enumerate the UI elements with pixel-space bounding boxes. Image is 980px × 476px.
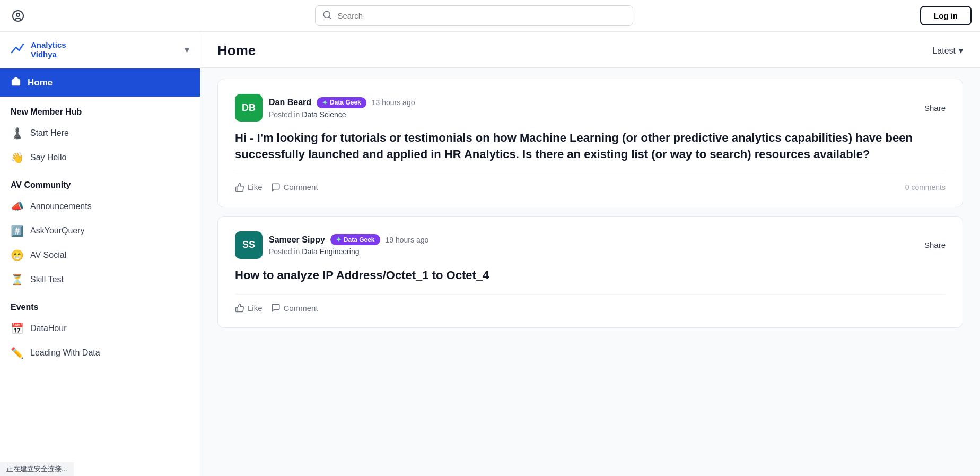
posted-in-1: Posted in Data Engineering bbox=[269, 247, 428, 256]
post-meta-1: SS Sameer Sippy ✦ Data Geek 19 hours ago… bbox=[235, 231, 428, 259]
post-header-1: SS Sameer Sippy ✦ Data Geek 19 hours ago… bbox=[235, 231, 946, 259]
page-title: Home bbox=[217, 42, 256, 59]
menu-icon[interactable] bbox=[8, 6, 28, 25]
brand-text: Analytics Vidhya bbox=[31, 40, 66, 59]
svg-line-3 bbox=[329, 16, 330, 18]
sidebar-item-home[interactable]: Home bbox=[0, 68, 200, 97]
sidebar-sections: New Member Hub♟️Start Here👋Say HelloAV C… bbox=[0, 97, 200, 365]
brand-chevron-icon[interactable]: ▾ bbox=[185, 44, 189, 56]
avatar-1: SS bbox=[235, 231, 262, 259]
posted-in-category-1: Data Engineering bbox=[302, 247, 359, 256]
search-container bbox=[315, 5, 633, 26]
post-meta-0: DB Dan Beard ✦ Data Geek 13 hours ago Po… bbox=[235, 94, 415, 122]
sidebar-item-start-here[interactable]: ♟️Start Here bbox=[0, 121, 200, 145]
sidebar-section-heading-2: Events bbox=[0, 292, 200, 316]
sidebar-item-av-social[interactable]: 😁AV Social bbox=[0, 243, 200, 267]
badge-plus-icon-1: ✦ bbox=[336, 236, 342, 244]
avatar-0: DB bbox=[235, 94, 262, 122]
askyourquery-label: AskYourQuery bbox=[30, 226, 85, 236]
skill-test-icon: ⏳ bbox=[11, 273, 24, 286]
sidebar-section-heading-0: New Member Hub bbox=[0, 97, 200, 121]
home-label: Home bbox=[28, 77, 52, 88]
data-geek-badge-0: ✦ Data Geek bbox=[317, 97, 366, 108]
like-button-0[interactable]: Like bbox=[235, 183, 262, 192]
datahour-icon: 📅 bbox=[11, 322, 24, 335]
sidebar: Analytics Vidhya ▾ Home New Member Hub♟️… bbox=[0, 32, 200, 476]
comment-button-1[interactable]: Comment bbox=[271, 303, 318, 313]
post-body-1: How to analyze IP Address/Octet_1 to Oct… bbox=[235, 267, 946, 284]
sidebar-item-say-hello[interactable]: 👋Say Hello bbox=[0, 145, 200, 170]
sort-label: Latest bbox=[932, 46, 956, 56]
topbar-left bbox=[8, 6, 28, 25]
post-actions-0: Like Comment bbox=[235, 183, 318, 192]
posted-in-0: Posted in Data Science bbox=[269, 110, 415, 119]
brand-logo-icon bbox=[11, 41, 25, 59]
posted-in-category-0: Data Science bbox=[302, 110, 346, 119]
brand-name-bottom: Vidhya bbox=[31, 50, 66, 59]
sidebar-brand: Analytics Vidhya ▾ bbox=[0, 32, 200, 68]
post-actions-1: Like Comment bbox=[235, 303, 318, 313]
badge-plus-icon-0: ✦ bbox=[322, 99, 328, 107]
sidebar-item-askyourquery[interactable]: #️⃣AskYourQuery bbox=[0, 219, 200, 243]
sort-chevron-icon: ▾ bbox=[959, 46, 963, 56]
announcements-label: Announcements bbox=[30, 202, 92, 211]
post-author-row-1: Sameer Sippy ✦ Data Geek 19 hours ago bbox=[269, 234, 428, 245]
like-button-1[interactable]: Like bbox=[235, 303, 262, 313]
start-here-label: Start Here bbox=[30, 128, 69, 138]
post-card-0: DB Dan Beard ✦ Data Geek 13 hours ago Po… bbox=[217, 79, 963, 207]
av-social-icon: 😁 bbox=[11, 249, 24, 262]
login-button[interactable]: Log in bbox=[920, 6, 972, 25]
content-header: Home Latest ▾ bbox=[200, 32, 980, 68]
search-input[interactable] bbox=[315, 5, 633, 26]
status-text: 正在建立安全连接... bbox=[6, 465, 67, 473]
home-icon bbox=[11, 76, 21, 89]
search-icon bbox=[322, 10, 332, 22]
post-card-1: SS Sameer Sippy ✦ Data Geek 19 hours ago… bbox=[217, 216, 963, 328]
brand-name-top: Analytics bbox=[31, 40, 66, 50]
content-area: Home Latest ▾ DB Dan Beard ✦ Data Geek bbox=[200, 32, 980, 476]
data-geek-badge-1: ✦ Data Geek bbox=[330, 234, 380, 245]
sidebar-item-datahour[interactable]: 📅DataHour bbox=[0, 316, 200, 341]
svg-point-1 bbox=[16, 13, 20, 16]
askyourquery-icon: #️⃣ bbox=[11, 224, 24, 237]
comments-count-0: 0 comments bbox=[905, 183, 946, 192]
say-hello-icon: 👋 bbox=[11, 151, 24, 164]
brand-logo[interactable]: Analytics Vidhya bbox=[11, 40, 66, 59]
status-bar: 正在建立安全连接... bbox=[0, 462, 74, 476]
say-hello-label: Say Hello bbox=[30, 153, 66, 162]
comment-button-0[interactable]: Comment bbox=[271, 183, 318, 192]
datahour-label: DataHour bbox=[30, 324, 66, 333]
announcements-icon: 📣 bbox=[11, 200, 24, 213]
share-button-1[interactable]: Share bbox=[924, 240, 946, 249]
share-button-0[interactable]: Share bbox=[924, 103, 946, 112]
sidebar-item-announcements[interactable]: 📣Announcements bbox=[0, 194, 200, 219]
post-author-row-0: Dan Beard ✦ Data Geek 13 hours ago bbox=[269, 97, 415, 108]
leading-with-data-label: Leading With Data bbox=[30, 348, 100, 358]
post-time-1: 19 hours ago bbox=[386, 236, 429, 244]
sidebar-item-leading-with-data[interactable]: ✏️Leading With Data bbox=[0, 341, 200, 365]
skill-test-label: Skill Test bbox=[30, 275, 64, 284]
main-layout: Analytics Vidhya ▾ Home New Member Hub♟️… bbox=[0, 32, 980, 476]
sort-button[interactable]: Latest ▾ bbox=[932, 46, 963, 56]
post-author-info-1: Sameer Sippy ✦ Data Geek 19 hours ago Po… bbox=[269, 234, 428, 256]
post-footer-1: Like Comment bbox=[235, 294, 946, 313]
post-header-0: DB Dan Beard ✦ Data Geek 13 hours ago Po… bbox=[235, 94, 946, 122]
post-author-info-0: Dan Beard ✦ Data Geek 13 hours ago Poste… bbox=[269, 97, 415, 119]
start-here-icon: ♟️ bbox=[11, 127, 24, 140]
posts-container: DB Dan Beard ✦ Data Geek 13 hours ago Po… bbox=[200, 68, 980, 339]
leading-with-data-icon: ✏️ bbox=[11, 347, 24, 359]
author-name-0: Dan Beard bbox=[269, 98, 311, 107]
post-body-0: Hi - I'm looking for tutorials or testim… bbox=[235, 130, 946, 163]
sidebar-item-skill-test[interactable]: ⏳Skill Test bbox=[0, 267, 200, 292]
sidebar-section-heading-1: AV Community bbox=[0, 170, 200, 194]
av-social-label: AV Social bbox=[30, 250, 66, 260]
author-name-1: Sameer Sippy bbox=[269, 235, 325, 245]
post-time-0: 13 hours ago bbox=[372, 98, 415, 107]
topbar: Log in bbox=[0, 0, 980, 32]
post-footer-0: Like Comment 0 comments bbox=[235, 174, 946, 192]
